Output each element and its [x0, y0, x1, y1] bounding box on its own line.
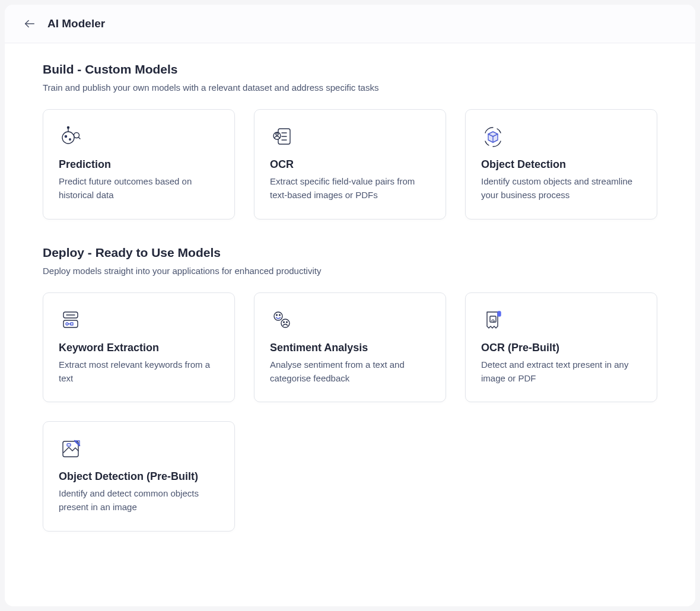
card-ocr-prebuilt[interactable]: OCR (Pre-Built) Detect and extract text … — [465, 292, 657, 403]
card-prediction-desc: Predict future outcomes based on histori… — [59, 174, 219, 202]
card-object-detection-prebuilt[interactable]: Object Detection (Pre-Built) Identify an… — [43, 421, 235, 532]
svg-point-5 — [69, 139, 71, 140]
card-ocr-desc: Extract specific field-value pairs from … — [270, 174, 430, 202]
ocr-icon — [270, 125, 294, 149]
svg-point-24 — [274, 312, 282, 320]
svg-rect-30 — [490, 316, 496, 322]
deploy-card-grid: Keyword Extraction Extract most relevant… — [43, 292, 657, 532]
svg-rect-23 — [71, 323, 73, 325]
sentiment-icon — [270, 308, 294, 332]
section-build-title: Build - Custom Models — [43, 62, 657, 77]
card-object-detection[interactable]: Object Detection Identify custom objects… — [465, 109, 657, 219]
card-ocr-title: OCR — [270, 158, 430, 171]
section-build-subtitle: Train and publish your own models with a… — [43, 82, 657, 93]
section-deploy: Deploy - Ready to Use Models Deploy mode… — [43, 246, 657, 532]
section-deploy-title: Deploy - Ready to Use Models — [43, 246, 657, 260]
section-build: Build - Custom Models Train and publish … — [43, 62, 657, 219]
card-keyword-extraction[interactable]: Keyword Extraction Extract most relevant… — [43, 292, 235, 403]
svg-point-27 — [281, 319, 289, 327]
prediction-icon — [59, 125, 82, 149]
page-container: AI Modeler Build - Custom Models Train a… — [5, 5, 695, 606]
card-ocr-prebuilt-desc: Detect and extract text present in any i… — [481, 358, 641, 386]
card-sentiment-analysis[interactable]: Sentiment Analysis Analyse sentiment fro… — [254, 292, 446, 403]
svg-point-29 — [287, 322, 288, 323]
keyword-extraction-icon — [59, 308, 82, 332]
card-ocr-prebuilt-title: OCR (Pre-Built) — [481, 342, 641, 354]
card-object-detection-title: Object Detection — [481, 158, 641, 171]
card-prediction[interactable]: Prediction Predict future outcomes based… — [43, 109, 235, 219]
card-sentiment-desc: Analyse sentiment from a text and catego… — [270, 358, 430, 386]
card-object-detection-prebuilt-title: Object Detection (Pre-Built) — [59, 470, 219, 483]
card-prediction-title: Prediction — [59, 158, 219, 171]
svg-point-1 — [62, 132, 74, 144]
object-detection-icon — [481, 125, 505, 149]
card-keyword-desc: Extract most relevant keywords from a te… — [59, 358, 219, 386]
svg-point-25 — [276, 314, 278, 316]
ocr-prebuilt-icon — [481, 308, 505, 332]
svg-rect-33 — [67, 444, 71, 446]
header: AI Modeler — [5, 5, 695, 43]
card-sentiment-title: Sentiment Analysis — [270, 342, 430, 354]
svg-line-7 — [78, 137, 80, 139]
card-object-detection-desc: Identify custom objects and streamline y… — [481, 174, 641, 202]
svg-point-4 — [65, 136, 67, 138]
svg-point-3 — [68, 127, 69, 129]
build-card-grid: Prediction Predict future outcomes based… — [43, 109, 657, 219]
back-button[interactable] — [21, 15, 38, 32]
section-deploy-subtitle: Deploy models straight into your applica… — [43, 266, 657, 276]
page-title: AI Modeler — [47, 17, 105, 30]
svg-rect-31 — [498, 311, 501, 316]
card-keyword-title: Keyword Extraction — [59, 342, 219, 354]
svg-point-28 — [284, 322, 285, 323]
content: Build - Custom Models Train and publish … — [5, 43, 695, 577]
arrow-left-icon — [23, 17, 36, 30]
card-ocr[interactable]: OCR Extract specific field-value pairs f… — [254, 109, 446, 219]
svg-point-26 — [279, 314, 281, 316]
object-detection-prebuilt-icon — [59, 437, 82, 461]
card-object-detection-prebuilt-desc: Identify and detect common objects prese… — [59, 486, 219, 514]
